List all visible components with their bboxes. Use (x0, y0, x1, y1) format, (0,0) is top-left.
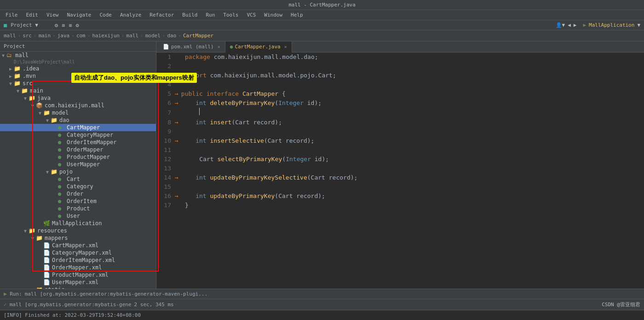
breadcrumb-main[interactable]: main (39, 33, 51, 39)
window-title: mall - CartMapper.java (4, 2, 640, 8)
tree-item-order[interactable]: ● Order (0, 190, 156, 198)
menu-vcs[interactable]: VCS (243, 11, 259, 19)
expand-arrow-pojo[interactable]: ▼ (44, 169, 51, 175)
expand-arrow-model[interactable]: ▼ (37, 111, 43, 116)
run-task-text: mall [org.mybatis.generator:mybatis-gene… (25, 291, 207, 297)
menu-analyze[interactable]: Analyze (116, 11, 145, 19)
menu-code[interactable]: Code (96, 11, 115, 19)
cartmapper-tab-close[interactable]: ✕ (284, 44, 287, 49)
tree-item-product[interactable]: ● Product (0, 205, 156, 212)
tree-item-model[interactable]: ▼ 📁 model (0, 109, 156, 116)
breadcrumb-model[interactable]: model (145, 33, 161, 39)
tree-item-orderitemmapper[interactable]: ● OrderItemMapper (0, 139, 156, 146)
back-icon[interactable]: ◀ (568, 22, 571, 28)
breadcrumb-haiexijun[interactable]: haiexijun (92, 33, 120, 39)
expand-arrow-dao[interactable]: ▼ (44, 118, 51, 123)
tool-icon-2[interactable]: ≡ (62, 22, 65, 29)
project-dropdown[interactable]: Project ▼ (11, 22, 38, 28)
tree-item-java[interactable]: ▼ 📁 java (0, 94, 156, 102)
user-icon[interactable]: 👤▼ (556, 22, 565, 28)
tree-item-com-haiexijun[interactable]: ▼ 📦 com.haiexijun.mall (0, 102, 156, 109)
java-class-icon: ● (58, 198, 65, 204)
tree-item-user[interactable]: ● User (0, 212, 156, 220)
breadcrumb-src[interactable]: src (23, 33, 32, 39)
forward-icon[interactable]: ▶ (574, 22, 577, 28)
tree-item-cart[interactable]: ● Cart (0, 175, 156, 183)
breadcrumb-dao[interactable]: dao (167, 33, 176, 39)
menu-help[interactable]: Help (287, 11, 307, 19)
resources-icon: 📁 (29, 227, 36, 234)
run-config-name[interactable]: MallApplication (589, 22, 634, 28)
menu-refactor[interactable]: Refactor (146, 11, 178, 19)
menu-tools[interactable]: Tools (219, 11, 242, 19)
tool-icon-1[interactable]: ⚙ (55, 22, 58, 29)
menu-file[interactable]: File (2, 11, 22, 19)
sidebar-tree[interactable]: ▼ 🗂 mall D:\JavaWebProject\mall ▶ 📁 .ide… (0, 52, 156, 289)
arrow-marker-6: → (175, 99, 178, 108)
menu-window[interactable]: Window (260, 11, 286, 19)
log-bar: [INFO] Finished at: 2022-03-29T19:52:40+… (0, 310, 644, 320)
tree-item-main[interactable]: ▼ 📁 main (0, 87, 156, 94)
tree-item-resources[interactable]: ▼ 📁 resources (0, 227, 156, 234)
tree-item-productmapper[interactable]: ● ProductMapper (0, 153, 156, 161)
tree-item-pojo[interactable]: ▼ 📁 pojo (0, 168, 156, 175)
expand-arrow-src[interactable]: ▼ (7, 81, 14, 86)
tree-item-mappers[interactable]: ▼ 📁 mappers (0, 234, 156, 242)
expand-arrow-resources[interactable]: ▼ (22, 228, 29, 233)
breadcrumb-cartmapper[interactable]: CartMapper (183, 33, 213, 39)
tree-item-cartmapper-xml[interactable]: 📄 CartMapper.xml (0, 242, 156, 249)
tree-item-category[interactable]: ● Category (0, 183, 156, 190)
folder-icon: 🗂 (6, 52, 14, 58)
tree-item-mallapplication[interactable]: 🌿 MallApplication (0, 220, 156, 227)
sidebar-title: Project (4, 43, 25, 49)
expand-arrow-java[interactable]: ▼ (22, 96, 29, 101)
tree-item-productmapper-xml[interactable]: 📄 ProductMapper.xml (0, 271, 156, 279)
expand-arrow-mvn[interactable]: ▶ (7, 74, 14, 79)
expand-arrow[interactable]: ▼ (0, 53, 6, 58)
breadcrumb-mall2[interactable]: mall (126, 33, 139, 39)
menu-edit[interactable]: Edit (23, 11, 42, 19)
xml-icon: 📄 (43, 264, 51, 271)
tree-item-usermapper[interactable]: ● UserMapper (0, 161, 156, 168)
tree-item-categorymapper[interactable]: ● CategoryMapper (0, 131, 156, 139)
java-interface-icon: ● (58, 161, 65, 168)
tree-item-orderitem[interactable]: ● OrderItem (0, 198, 156, 205)
menu-view[interactable]: View (43, 11, 63, 19)
expand-arrow-main[interactable]: ▼ (15, 88, 21, 93)
tool-icon-3[interactable]: ≡ (69, 22, 72, 29)
code-line-8: 8 → int insert(Cart record); (156, 118, 644, 127)
expand-arrow-idea[interactable]: ▶ (7, 66, 14, 71)
tree-label: mall (15, 52, 29, 58)
expand-arrow-static[interactable]: ▶ (29, 287, 36, 289)
tree-item-dao[interactable]: ▼ 📁 dao (0, 116, 156, 124)
tree-item-idea[interactable]: ▶ 📁 .idea (0, 65, 156, 72)
expand-arrow-mappers[interactable]: ▼ (29, 236, 36, 241)
folder-icon: 📁 (51, 117, 58, 123)
java-interface-icon: ● (58, 124, 65, 131)
menu-build[interactable]: Build (178, 11, 201, 19)
breadcrumb-java[interactable]: java (58, 33, 70, 39)
expand-arrow-pkg[interactable]: ▼ (29, 103, 36, 108)
tree-item-mall[interactable]: ▼ 🗂 mall (0, 52, 156, 59)
code-area[interactable]: 1 package com.haiexijun.mall.model.dao; … (156, 52, 644, 289)
pom-tab-close[interactable]: ✕ (218, 44, 220, 49)
menu-navigate[interactable]: Navigate (63, 11, 95, 19)
tab-pom-xml[interactable]: 📄 pom.xml (mall) ✕ (158, 41, 225, 52)
breadcrumb-mall[interactable]: mall (4, 33, 16, 39)
annotation-label: 自动生成了dao、pojo实体类和mappers映射 (71, 73, 197, 83)
run-config-arrow[interactable]: ▼ (637, 22, 640, 28)
tab-cartmapper-java[interactable]: ● CartMapper.java ✕ (225, 41, 292, 52)
tree-item-ordermapper[interactable]: ● OrderMapper (0, 146, 156, 153)
tree-item-categorymapper-xml[interactable]: 📄 CategoryMapper.xml (0, 249, 156, 256)
java-interface-icon: ● (58, 139, 65, 145)
nav-left: ■ Project ▼ ⚙ ≡ ≡ ⚙ (4, 22, 79, 29)
tree-item-usermapper-xml[interactable]: 📄 UserMapper.xml (0, 279, 156, 286)
tree-item-static[interactable]: ▶ 📁 static (0, 286, 156, 289)
tool-icon-4[interactable]: ⚙ (76, 22, 79, 29)
tree-item-ordermapper-xml[interactable]: 📄 OrderMapper.xml (0, 264, 156, 271)
tree-item-orderitemmapper-xml[interactable]: 📄 OrderItemMapper.xml (0, 256, 156, 264)
menu-run[interactable]: Run (202, 11, 218, 19)
folder-icon: 📁 (21, 87, 29, 94)
tree-item-cartmapper[interactable]: ● CartMapper (0, 124, 156, 131)
breadcrumb-com[interactable]: com (76, 33, 86, 39)
